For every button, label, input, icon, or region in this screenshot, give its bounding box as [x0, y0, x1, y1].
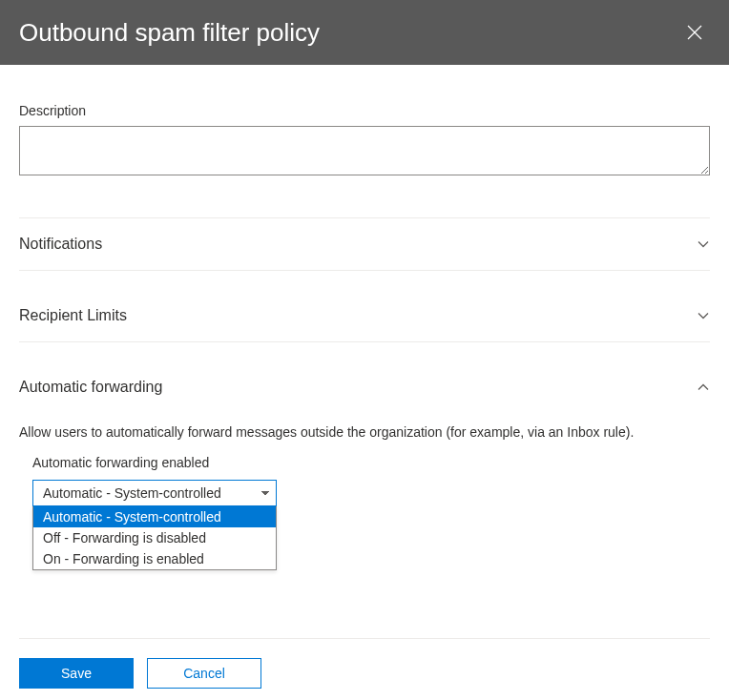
select-box[interactable]: Automatic - System-controlled [32, 480, 277, 506]
section-automatic-forwarding[interactable]: Automatic forwarding [19, 361, 710, 413]
select-value: Automatic - System-controlled [43, 485, 221, 501]
automatic-forwarding-desc: Allow users to automatically forward mes… [19, 424, 710, 440]
panel-header: Outbound spam filter policy [0, 0, 729, 65]
panel-footer: Save Cancel [19, 658, 261, 689]
panel-content: Description Notifications Recipient Limi… [0, 65, 729, 506]
chevron-down-icon [697, 237, 710, 251]
section-title-automatic-forwarding: Automatic forwarding [19, 379, 162, 396]
divider [19, 638, 710, 639]
close-button[interactable] [679, 17, 710, 48]
dropdown-option[interactable]: Off - Forwarding is disabled [33, 527, 276, 548]
save-button[interactable]: Save [19, 658, 134, 689]
chevron-down-icon [697, 309, 710, 322]
dropdown-option[interactable]: On - Forwarding is enabled [33, 548, 276, 569]
panel-title: Outbound spam filter policy [19, 18, 320, 48]
description-field: Description [19, 103, 710, 179]
close-icon [687, 25, 702, 40]
section-notifications[interactable]: Notifications [19, 218, 710, 270]
chevron-down-icon [260, 485, 270, 501]
section-title-recipient-limits: Recipient Limits [19, 307, 127, 324]
automatic-forwarding-field-label: Automatic forwarding enabled [32, 455, 710, 470]
dropdown-list: Automatic - System-controlled Off - Forw… [32, 506, 277, 570]
dropdown-option[interactable]: Automatic - System-controlled [33, 506, 276, 527]
description-input[interactable] [19, 126, 710, 175]
description-label: Description [19, 103, 710, 118]
section-recipient-limits[interactable]: Recipient Limits [19, 290, 710, 341]
automatic-forwarding-body: Allow users to automatically forward mes… [19, 424, 710, 506]
section-title-notifications: Notifications [19, 236, 102, 253]
automatic-forwarding-select[interactable]: Automatic - System-controlled Automatic … [32, 480, 277, 506]
cancel-button[interactable]: Cancel [147, 658, 261, 689]
chevron-up-icon [697, 381, 710, 394]
